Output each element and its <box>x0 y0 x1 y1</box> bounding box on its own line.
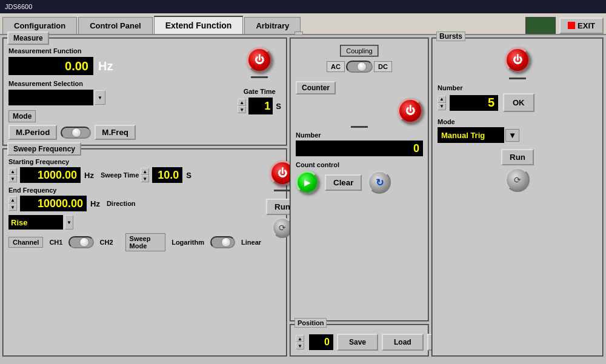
direction-value: Rise <box>11 218 27 227</box>
linear-label: Linear <box>241 239 261 246</box>
measure-button[interactable]: Measure <box>7 31 49 45</box>
bursts-section: Bursts ⏻ Number ▲ ▼ 5 OK Mode Manual Tri… <box>431 38 604 357</box>
measure-power-button[interactable]: ⏻ <box>247 47 272 73</box>
m-period-button[interactable]: M.Period <box>8 125 57 140</box>
sweep-knob-icon: ⟳ <box>279 223 286 233</box>
title-bar: JDS6600 <box>0 0 606 13</box>
counter-number-label: Number <box>296 131 423 139</box>
bursts-knob-icon: ⟳ <box>514 175 521 185</box>
tab-extend-function[interactable]: Extend Function <box>154 16 244 34</box>
sweep-power-icon: ⏻ <box>278 168 287 179</box>
counter-refresh-knob[interactable]: ↻ <box>368 171 391 194</box>
sweep-time-up[interactable]: ▲ <box>141 168 149 175</box>
gate-time-label: Gate Time <box>238 88 281 95</box>
position-display: 0 <box>309 334 333 350</box>
counter-power-icon: ⏻ <box>405 105 415 116</box>
sweep-mode-label: Sweep Mode <box>125 233 166 251</box>
exit-red-icon <box>568 22 575 29</box>
load-button[interactable]: Load <box>382 334 424 351</box>
sweep-section: Sweep Frequency Starting Frequency ▲ ▼ 1… <box>2 148 287 357</box>
start-freq-display: 1000.00 <box>20 167 81 183</box>
selection-dropdown[interactable]: ▼ <box>95 90 105 105</box>
sweep-button[interactable]: Sweep Frequency <box>7 142 81 156</box>
bursts-power-icon: ⏻ <box>513 55 522 65</box>
frequency-unit: Hz <box>98 59 113 73</box>
sweep-time-display: 10.0 <box>152 167 182 183</box>
channel-toggle[interactable] <box>68 236 93 248</box>
position-section: Position ▲ ▼ 0 Save Load Clear <box>290 324 429 357</box>
count-play-icon: ▶ <box>304 177 311 187</box>
measurement-function-label: Measurement Function <box>8 47 231 55</box>
main-content: Measure Measurement Function 0.00 Hz Mea… <box>0 35 606 359</box>
start-freq-up[interactable]: ▲ <box>8 168 17 175</box>
bursts-dash <box>509 78 526 79</box>
measure-section: Measure Measurement Function 0.00 Hz Mea… <box>2 38 287 146</box>
bursts-run-button[interactable]: Run <box>501 149 534 165</box>
sweep-mode-toggle[interactable] <box>210 236 235 248</box>
coupling-label-btn[interactable]: Coupling <box>340 45 378 57</box>
end-freq-up[interactable]: ▲ <box>8 196 17 204</box>
position-spin: ▲ ▼ <box>296 335 304 349</box>
gate-up-arrow[interactable]: ▲ <box>238 99 246 106</box>
sweep-time-unit: S <box>186 171 191 180</box>
start-freq-unit: Hz <box>84 171 94 180</box>
ch2-label: CH2 <box>100 239 113 246</box>
save-button[interactable]: Save <box>337 334 378 351</box>
coupling-toggle[interactable] <box>346 61 373 73</box>
tab-control-panel[interactable]: Control Panel <box>78 17 153 34</box>
mode-toggle[interactable] <box>61 127 91 139</box>
m-freq-button[interactable]: M.Freq <box>95 125 136 140</box>
status-indicator <box>525 17 556 34</box>
end-freq-display: 10000.00 <box>20 196 87 211</box>
counter-power-button[interactable]: ⏻ <box>398 98 423 124</box>
left-panel: Measure Measurement Function 0.00 Hz Mea… <box>2 38 287 357</box>
bursts-knob[interactable]: ⟳ <box>505 168 530 192</box>
tab-right-area: EXIT <box>525 17 604 34</box>
position-up[interactable]: ▲ <box>296 335 304 342</box>
bursts-mode-display: Manual Trig <box>438 127 504 143</box>
bursts-mode-dropdown[interactable]: ▼ <box>505 129 519 142</box>
app-title: JDS6600 <box>5 3 32 10</box>
mode-toggle-thumb <box>72 128 81 137</box>
counter-clear-button[interactable]: Clear <box>325 174 362 191</box>
channel-label: Channel <box>8 237 43 248</box>
channel-toggle-thumb <box>79 237 89 247</box>
start-freq-down[interactable]: ▼ <box>8 175 17 182</box>
ac-label: AC <box>327 61 345 72</box>
counter-label-btn[interactable]: Counter <box>296 81 336 94</box>
measurement-selection-label: Measurement Selection <box>8 80 231 87</box>
bursts-number-up[interactable]: ▲ <box>438 96 446 103</box>
counter-refresh-icon: ↻ <box>376 177 384 188</box>
end-freq-label: End Frequency <box>8 187 261 194</box>
count-start-button[interactable]: ▶ <box>296 171 319 194</box>
end-freq-unit: Hz <box>90 199 100 208</box>
bursts-number-display: 5 <box>450 95 498 111</box>
bursts-label: Bursts <box>439 32 462 41</box>
bursts-number-spin: ▲ ▼ <box>438 96 446 110</box>
position-down[interactable]: ▼ <box>296 342 304 349</box>
tab-bar: Configuration Control Panel Extend Funct… <box>0 13 606 35</box>
tab-arbitrary[interactable]: Arbitrary <box>244 17 301 34</box>
gate-value-display: 1 <box>248 98 273 114</box>
coupling-toggle-thumb <box>357 62 367 71</box>
bursts-ok-button[interactable]: OK <box>503 93 534 112</box>
bursts-number-down[interactable]: ▼ <box>438 103 446 110</box>
sweep-time-down[interactable]: ▼ <box>141 175 149 182</box>
bursts-mode-label: Mode <box>438 118 598 125</box>
direction-dropdown[interactable]: ▼ <box>65 215 73 230</box>
bursts-power-button[interactable]: ⏻ <box>505 47 530 73</box>
dc-label: DC <box>374 61 392 72</box>
gate-unit: S <box>276 102 281 111</box>
sweep-time-spin: ▲ ▼ <box>141 168 149 182</box>
frequency-value: 0.00 <box>65 59 88 73</box>
exit-button[interactable]: EXIT <box>559 18 604 34</box>
middle-panel: Coupling AC DC Counter ⏻ Nu <box>290 38 429 357</box>
gate-down-arrow[interactable]: ▼ <box>238 106 246 113</box>
counter-section: Coupling AC DC Counter ⏻ Nu <box>290 38 429 322</box>
sweep-time-label: Sweep Time <box>101 171 139 179</box>
ch1-label: CH1 <box>49 239 62 246</box>
logarithm-label: Logarithm <box>171 239 204 246</box>
end-freq-down[interactable]: ▼ <box>8 204 17 211</box>
starting-freq-label: Starting Frequency <box>8 158 261 165</box>
position-section-label: Position <box>298 319 324 326</box>
